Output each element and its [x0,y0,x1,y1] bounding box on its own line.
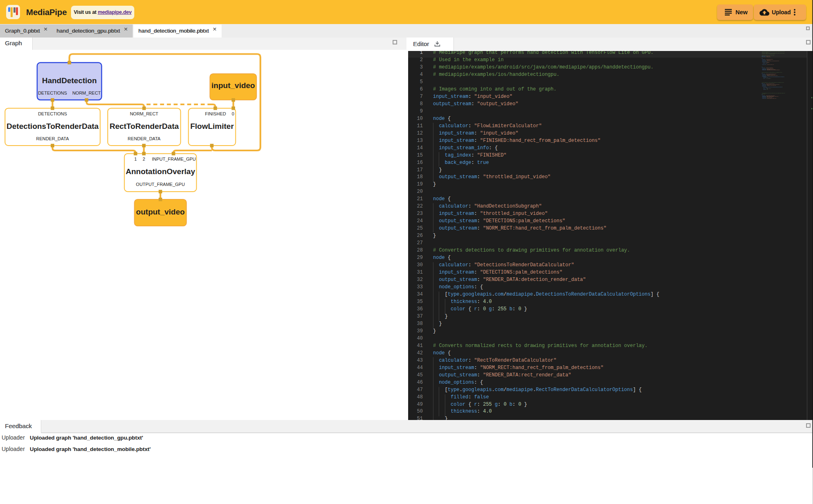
svg-text:DETECTIONS: DETECTIONS [38,91,67,95]
svg-text:1: 1 [134,157,137,161]
svg-text:output_video: output_video [136,208,184,216]
svg-text:FlowLimiter: FlowLimiter [190,122,234,130]
svg-text:DetectionsToRenderData: DetectionsToRenderData [7,122,99,130]
svg-text:RectToRenderData: RectToRenderData [109,122,179,130]
svg-text:0: 0 [232,111,234,116]
svg-text:RENDER_DATA: RENDER_DATA [36,136,69,141]
svg-text:RENDER_DATA: RENDER_DATA [128,136,161,141]
svg-text:NORM_RECT: NORM_RECT [72,91,101,95]
svg-text:HandDetection: HandDetection [42,76,97,84]
svg-text:AnnotationOverlay: AnnotationOverlay [126,167,195,175]
svg-text:FINISHED: FINISHED [205,111,226,116]
svg-text:DETECTIONS: DETECTIONS [38,111,67,116]
svg-text:input_video: input_video [211,81,255,90]
svg-text:INPUT_FRAME_GPU: INPUT_FRAME_GPU [152,157,196,161]
svg-text:2: 2 [142,157,145,161]
svg-text:NORM_RECT: NORM_RECT [130,111,158,116]
svg-text:OUTPUT_FRAME_GPU: OUTPUT_FRAME_GPU [136,182,185,187]
